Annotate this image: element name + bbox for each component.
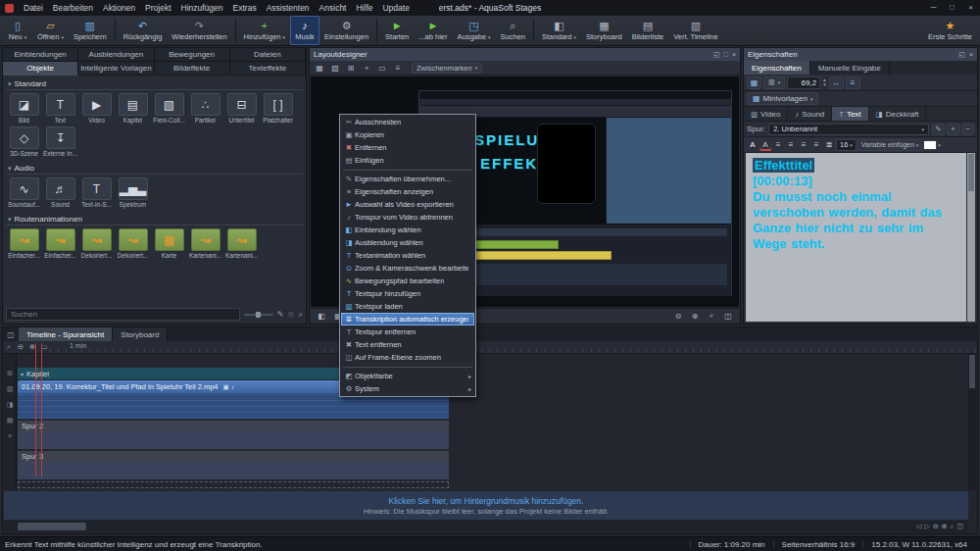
- toolbar-button-erste-schritte[interactable]: ★ Erste Schritte▾: [923, 16, 977, 45]
- toolbar-button-bilderliste[interactable]: ▤ Bilderliste▾: [627, 16, 669, 45]
- timeline-nav-zoom-out[interactable]: ⊖: [933, 523, 939, 530]
- layout-window-float-button[interactable]: ◱: [713, 51, 720, 59]
- menu-projekt[interactable]: Projekt: [140, 1, 175, 15]
- content-tab-video[interactable]: ▥ Video: [744, 107, 788, 121]
- object-select[interactable]: ▥ ▾: [763, 76, 785, 89]
- toolbar-button-storyboard[interactable]: ▦ Storyboard▾: [581, 16, 627, 45]
- toolbox-item-route-einfach-1[interactable]: ↝ Einfacher...: [6, 228, 42, 260]
- section-header-routenanimationen[interactable]: ▾ Routenanimationen: [6, 212, 303, 225]
- toolbar-button-rueckgaengig[interactable]: ↶ Rückgängig▾: [119, 16, 168, 45]
- timeline-nav-fit[interactable]: ◫: [956, 523, 963, 530]
- toolbox-item-platzhalter[interactable]: [ ] Platzhalter: [260, 93, 296, 125]
- toolbar-button-starten[interactable]: ► Starten▾: [380, 16, 414, 45]
- toolbox-item-text[interactable]: T Text: [42, 93, 78, 125]
- track-body[interactable]: [18, 462, 449, 479]
- format-button-font-color[interactable]: A: [760, 139, 771, 151]
- layout-tool-snap[interactable]: ⊞: [344, 62, 358, 74]
- toolbox-item-externe-inhalte[interactable]: ↧ Externe In...: [42, 126, 78, 158]
- content-tab-sound[interactable]: ♪ Sound: [788, 107, 832, 121]
- content-tab-deckkraft[interactable]: ◨ Deckkraft: [869, 107, 927, 121]
- timeline-horizontal-scrollbar[interactable]: ◁▷⊖⊕⌕◫: [4, 521, 968, 532]
- text-editor[interactable]: Effekttitel [00:00:13] Du musst noch ein…: [746, 153, 966, 322]
- toolbox-item-kartenanimation-1[interactable]: ↝ Kartenani...: [187, 228, 223, 260]
- layout-window-maximize-button[interactable]: □: [724, 51, 728, 59]
- toolbox-item-3d-szene[interactable]: ◇ 3D-Szene: [6, 126, 42, 158]
- context-menu-item-textspur-laden[interactable]: ▥ Textspur laden ▸: [341, 300, 474, 313]
- menu-extras[interactable]: Extras: [228, 1, 262, 15]
- toolbox-tab-ausblendungen[interactable]: Ausblendungen: [78, 48, 154, 62]
- menu-datei[interactable]: Datei: [19, 1, 48, 15]
- layout-tool-move[interactable]: +: [360, 62, 373, 74]
- properties-tab-manuelle-eingabe[interactable]: Manuelle Eingabe: [810, 61, 890, 75]
- toolbox-item-route-einfach-2[interactable]: ↝ Einfacher...: [42, 228, 78, 260]
- properties-tab-eigenschaften[interactable]: Eigenschaften: [744, 61, 810, 75]
- toolbar-button-einstellungen[interactable]: ⚙ Einstellungen▾: [319, 16, 373, 45]
- timeline-nav-next[interactable]: ▷: [924, 523, 929, 530]
- toolbar-button-standard[interactable]: ◧ Standard▾: [537, 16, 581, 45]
- context-menu-item-einfuegen[interactable]: ▤ Einfügen ▸: [341, 154, 474, 167]
- menu-update[interactable]: Update: [377, 1, 414, 15]
- toolbox-item-partikel[interactable]: ∴ Partikel: [187, 93, 223, 125]
- add-background-music-link[interactable]: Klicken Sie hier, um Hintergrundmusik hi…: [389, 496, 584, 506]
- toolbox-zoom-slider[interactable]: [244, 314, 273, 316]
- font-size-select[interactable]: 16 ▾: [836, 139, 857, 151]
- toolbox-item-route-dekoriert-2[interactable]: ↝ Dekoriert...: [115, 228, 151, 260]
- rail-icon-track-menu[interactable]: ≡: [8, 432, 12, 439]
- menu-hinzufuegen[interactable]: Hinzufügen: [176, 1, 228, 15]
- timeline-tab-storyboard[interactable]: Storyboard: [113, 327, 168, 341]
- timeline-panel-icon[interactable]: ◫: [3, 327, 19, 341]
- track-select[interactable]: 2. Unbenannt ▾: [768, 124, 929, 135]
- timeline-tool-zoom-in[interactable]: ⊕: [26, 342, 38, 352]
- toolbox-tab-bildeffekte[interactable]: Bildeffekte: [155, 62, 230, 75]
- editor-scrollbar[interactable]: [967, 153, 975, 322]
- context-menu-item-textspur-entfernen[interactable]: T Textspur entfernen ▸: [341, 326, 474, 338]
- duration-field[interactable]: 69,2: [787, 76, 820, 89]
- format-button-align-right[interactable]: ≡: [798, 139, 809, 151]
- context-menu-item-ausblendung-waehlen[interactable]: ◨ Ausblendung wählen ▸: [341, 236, 474, 249]
- toolbox-item-untertitel[interactable]: ⊟ Untertitel: [223, 93, 260, 125]
- context-menu-item-textspur-hinzufuegen[interactable]: T Textspur hinzufügen ▸: [341, 287, 474, 300]
- toolbar-button-musik[interactable]: ♪ Musik▾: [290, 16, 319, 45]
- track-button-add-track[interactable]: +: [947, 124, 959, 135]
- toolbar-button-oeffnen[interactable]: ▱ Öffnen▾: [32, 16, 69, 45]
- toolbox-tab-texteffekte[interactable]: Texteffekte: [230, 62, 306, 75]
- window-close-button[interactable]: ×: [961, 0, 980, 16]
- section-header-audio[interactable]: ▾ Audio: [6, 161, 303, 175]
- toolbox-tool-edit[interactable]: ✎: [277, 310, 284, 320]
- link-duration-button[interactable]: ↔: [829, 76, 844, 89]
- window-minimize-button[interactable]: ─: [924, 0, 943, 16]
- menu-bearbeiten[interactable]: Bearbeiten: [48, 1, 98, 15]
- format-button-align-left[interactable]: ≡: [772, 139, 784, 151]
- toolbar-button-wiederherstellen[interactable]: ↷ Wiederherstellen▾: [167, 16, 231, 45]
- menu-ansicht[interactable]: Ansicht: [315, 1, 352, 15]
- toolbox-item-flexi-collage[interactable]: ▧ Flexi-Coll...: [151, 93, 187, 125]
- timeline-vertical-scrollbar[interactable]: [968, 354, 976, 490]
- rail-icon-add-track[interactable]: ⊞: [7, 370, 13, 377]
- toolbox-item-kartenanimation-2[interactable]: ↝ Kartenani...: [223, 228, 260, 260]
- object-menu-button[interactable]: ≡: [846, 76, 860, 89]
- layout-status-zoom-in[interactable]: ⊕: [688, 310, 702, 322]
- context-menu-item-auswahl-als-video-exportieren[interactable]: ► Auswahl als Video exportieren ▸: [341, 198, 474, 211]
- scrollbar-thumb[interactable]: [18, 523, 86, 530]
- insert-variable-button[interactable]: Variable einfügen ▾: [858, 139, 922, 151]
- layout-tool-aspect[interactable]: ▭: [375, 62, 389, 74]
- toolbar-button-speichern[interactable]: ▥ Speichern▾: [69, 16, 112, 45]
- menu-aktionen[interactable]: Aktionen: [98, 1, 140, 15]
- layout-tool-layout-presets[interactable]: ▧: [328, 62, 342, 74]
- timeline-tool-zoom-search[interactable]: ⌕: [3, 342, 15, 352]
- timeline-ruler[interactable]: 1 min: [50, 341, 977, 353]
- context-menu-item-tonspur-abtrennen[interactable]: ♪ Tonspur vom Video abtrennen ▸: [341, 211, 474, 224]
- toolbar-button-hinzufuegen[interactable]: + Hinzufügen▾: [239, 16, 290, 45]
- context-menu-item-objektfarbe[interactable]: ◩ Objektfarbe ▸: [341, 370, 474, 382]
- timeline-nav-zoom-search[interactable]: ⌕: [950, 523, 954, 530]
- layout-tool-grid[interactable]: ▦: [313, 62, 326, 74]
- format-button-align-center[interactable]: ≡: [785, 139, 797, 151]
- context-menu-item-system[interactable]: ⚙ System ▸: [341, 382, 474, 395]
- layout-status-fit-view[interactable]: ◫: [721, 310, 735, 322]
- zwischenmarken-dropdown[interactable]: Zwischenmarken▾: [412, 63, 482, 74]
- timeline-tool-select-mode[interactable]: ▭: [38, 342, 50, 352]
- context-menu-item-transkription-erzeugen[interactable]: ≣ Transkription automatisch erzeugen ▸: [341, 313, 474, 326]
- window-maximize-button[interactable]: □: [943, 0, 961, 16]
- toolbox-tool-zoom[interactable]: ⌕: [299, 310, 303, 320]
- object-type-button[interactable]: ▦: [747, 76, 761, 89]
